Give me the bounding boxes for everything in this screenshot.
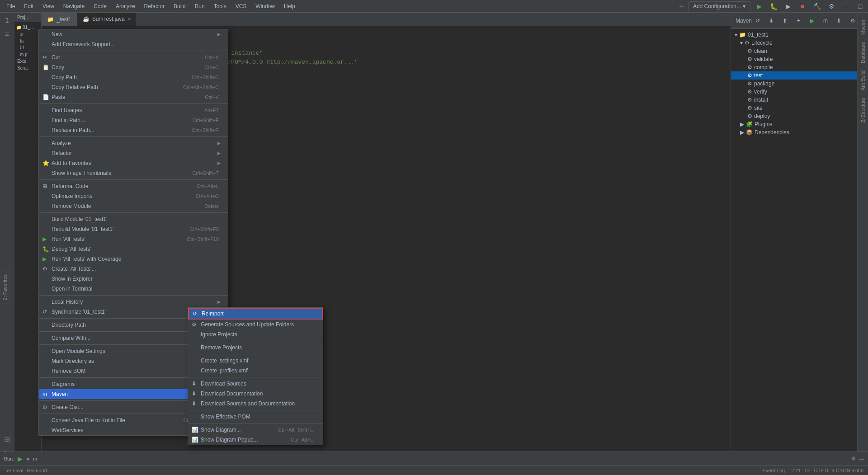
bottom-linending[interactable]: LF (805, 468, 811, 473)
run-button[interactable]: ▶ (753, 0, 765, 12)
menu-view[interactable]: View (38, 1, 59, 11)
minimize-icon[interactable]: — (840, 0, 852, 12)
ctx-analyze[interactable]: Analyze (39, 138, 228, 148)
ctx-debug-tests[interactable]: 🐛 Debug 'All Tests' (39, 244, 228, 254)
ctx-find-usages[interactable]: Find Usages Alt+F7 (39, 105, 228, 115)
maven-dependencies[interactable]: ▶ 📦 Dependencies (731, 128, 857, 136)
ctx-add-favorites[interactable]: ⭐ Add to Favorites (39, 158, 228, 168)
tab-sumtest[interactable]: ☕ SumTest.java ✕ (77, 13, 137, 26)
menu-vcs[interactable]: VCS (231, 1, 251, 11)
ctx-run-coverage[interactable]: ▶ Run 'All Tests' with Coverage (39, 254, 228, 264)
submenu-generate-sources[interactable]: ⚙ Generate Sources and Update Folders (188, 320, 323, 329)
maven-root[interactable]: ▾ 📁 01_test1 (731, 31, 857, 39)
bottom-reimport-label[interactable]: Reimport (27, 468, 47, 473)
sidebar-icon-terminal[interactable]: ⊞ (1, 433, 14, 445)
maven-m-icon[interactable]: m (820, 15, 831, 27)
menu-code[interactable]: Code (89, 1, 111, 11)
ctx-run-tests[interactable]: ▶ Run 'All Tests' Ctrl+Shift+F10 (39, 234, 228, 244)
submenu-ignore-projects[interactable]: Ignore Projects (188, 329, 323, 339)
menu-refactor[interactable]: Refactor (140, 1, 169, 11)
ctx-replace-path[interactable]: Replace in Path... Ctrl+Shift+R (39, 125, 228, 135)
submenu-create-settings[interactable]: Create 'settings.xml' (188, 356, 323, 366)
maven-lifecycle[interactable]: ▾ ⚙ Lifecycle (731, 39, 857, 47)
maven-plugins[interactable]: ▶ 🧩 Plugins (731, 120, 857, 128)
ctx-new[interactable]: New (39, 29, 228, 39)
maven-deploy[interactable]: ⚙ deploy (731, 112, 857, 120)
ctx-show-thumbnails[interactable]: Show Image Thumbnails Ctrl+Shift+T (39, 168, 228, 178)
maven-site[interactable]: ⚙ site (731, 104, 857, 112)
project-root[interactable]: 📁 01_... (15, 24, 40, 31)
sidebar-icon-structure[interactable]: ≡ (1, 28, 14, 41)
maven-package[interactable]: ⚙ package (731, 80, 857, 88)
maven-refresh-icon[interactable]: ↺ (752, 15, 764, 27)
add-configuration-button[interactable]: Add Configuration... ▾ (688, 1, 750, 11)
right-tab-maven[interactable]: Maven (859, 16, 868, 38)
menu-navigate[interactable]: Navigate (59, 1, 89, 11)
favorites-tab[interactable]: 2: Favorites (0, 271, 10, 303)
ctx-add-framework[interactable]: Add Framework Support... (39, 39, 228, 49)
ctx-copy[interactable]: 📋 Copy Ctrl+C (39, 62, 228, 72)
project-scratch[interactable]: Scrat (15, 65, 40, 71)
run-icon[interactable]: ▶ (18, 455, 23, 462)
ctx-cut[interactable]: ✂ Cut Ctrl+X (39, 52, 228, 62)
bottom-encoding[interactable]: UTF-8 (814, 468, 828, 473)
submenu-remove-projects[interactable]: Remove Projects (188, 343, 323, 353)
ctx-local-history[interactable]: Local History (39, 297, 228, 307)
submenu-download-both[interactable]: ⬇ Download Sources and Documentation (188, 399, 323, 409)
menu-help[interactable]: Help (279, 1, 300, 11)
ctx-show-explorer[interactable]: Show in Explorer (39, 274, 228, 284)
submenu-download-docs[interactable]: ⬇ Download Documentation (188, 389, 323, 399)
coverage-button[interactable]: ▶ (782, 0, 794, 12)
ctx-refactor[interactable]: Refactor (39, 148, 228, 158)
maven-test[interactable]: ⚙ test (731, 71, 857, 80)
submenu-show-pom[interactable]: Show Effective POM (188, 412, 323, 422)
submenu-show-diagram-popup[interactable]: 📊 Show Diagram Popup... Ctrl+Alt+U (188, 435, 323, 445)
project-file[interactable]: 01 (15, 44, 40, 51)
maven-clean[interactable]: ⚙ clean (731, 47, 857, 55)
maven-download-icon[interactable]: ⬇ (765, 15, 777, 27)
right-tab-zstructure[interactable]: Z-Structure (859, 94, 868, 126)
maven-validate[interactable]: ⚙ validate (731, 55, 857, 63)
project-target[interactable]: ta (15, 38, 40, 44)
right-tab-database[interactable]: Database (859, 38, 868, 67)
maven-run-icon[interactable]: ▶ (806, 15, 818, 27)
run-minimize-icon[interactable]: — (859, 456, 864, 461)
run-stop-icon[interactable]: ■ (26, 456, 29, 461)
stop-button[interactable]: ■ (797, 0, 808, 12)
ctx-reformat[interactable]: ⊞ Reformat Code Ctrl+Alt+L (39, 181, 228, 191)
settings-icon[interactable]: ⚙ (826, 0, 837, 12)
ctx-optimize-imports[interactable]: Optimize Imports Ctrl+Alt+O (39, 191, 228, 201)
nav-back-icon[interactable]: ← (678, 2, 685, 10)
maven-skip-icon[interactable]: II (833, 15, 845, 27)
project-pom[interactable]: m p (15, 51, 40, 58)
debug-button[interactable]: 🐛 (768, 0, 779, 12)
ctx-rebuild-module[interactable]: Rebuild Module '01_test1' Ctrl+Shift+F9 (39, 224, 228, 234)
menu-edit[interactable]: Edit (19, 1, 38, 11)
menu-file[interactable]: File (2, 1, 19, 11)
sidebar-icon-project[interactable]: 1 (1, 14, 14, 27)
maven-install[interactable]: ⚙ install (731, 96, 857, 104)
submenu-show-diagram[interactable]: 📊 Show Diagram... Ctrl+Alt+Shift+U (188, 425, 323, 435)
tab-close-button[interactable]: ✕ (127, 17, 131, 22)
project-src[interactable]: sr (15, 31, 40, 38)
menu-run[interactable]: Run (190, 1, 209, 11)
menu-tools[interactable]: Tools (209, 1, 231, 11)
ctx-copy-relative-path[interactable]: Copy Relative Path Ctrl+Alt+Shift+C (39, 82, 228, 92)
maximize-icon[interactable]: □ (854, 0, 866, 12)
submenu-create-profiles[interactable]: Create 'profiles.xml' (188, 366, 323, 376)
submenu-download-sources[interactable]: ⬇ Download Sources (188, 379, 323, 389)
submenu-reimport[interactable]: ↺ Reimport (188, 308, 323, 320)
maven-add-icon[interactable]: + (793, 15, 804, 27)
maven-compile[interactable]: ⚙ compile (731, 63, 857, 71)
maven-upload-icon[interactable]: ⬆ (779, 15, 791, 27)
menu-window[interactable]: Window (251, 1, 279, 11)
ctx-remove-module[interactable]: Remove Module Delete (39, 201, 228, 211)
ctx-create-tests[interactable]: ⚙ Create 'All Tests'... (39, 264, 228, 274)
menu-build[interactable]: Build (169, 1, 190, 11)
menu-analyze[interactable]: Analyze (111, 1, 140, 11)
run-settings-icon[interactable]: ⚙ (851, 456, 856, 461)
maven-verify[interactable]: ⚙ verify (731, 88, 857, 96)
event-log-label[interactable]: Event Log (763, 468, 785, 473)
project-external[interactable]: Exte (15, 58, 40, 65)
ctx-find-path[interactable]: Find in Path... Ctrl+Shift+F (39, 115, 228, 125)
